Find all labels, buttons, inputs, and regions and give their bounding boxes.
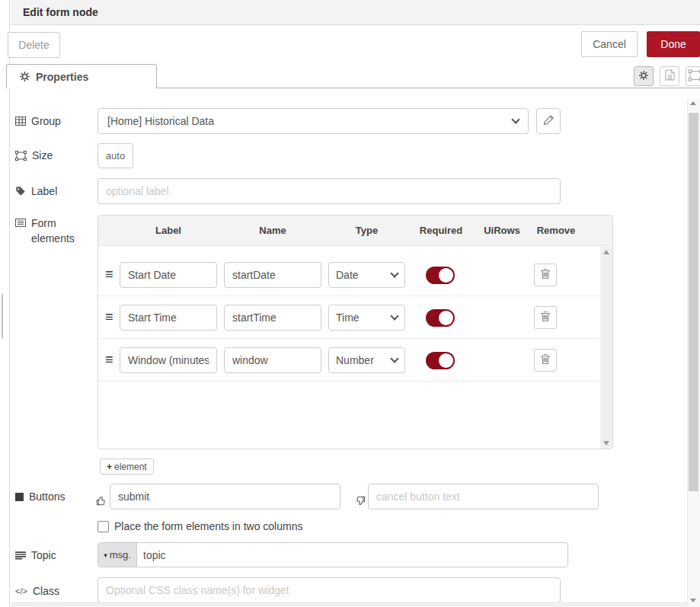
label-input[interactable] [97, 178, 561, 204]
drag-handle-icon[interactable]: ≡ [105, 309, 113, 325]
form-elements-field-label: Form elements [15, 216, 79, 246]
col-header-uirows: UiRows [478, 225, 526, 236]
group-field-label: Group [15, 115, 61, 127]
drag-handle-icon[interactable]: ≡ [105, 352, 113, 368]
code-icon: </> [15, 586, 27, 596]
element-name-input[interactable] [224, 347, 321, 373]
buttons-field-label: Buttons [15, 490, 65, 503]
tab-properties-label: Properties [36, 71, 88, 83]
chevron-down-icon [511, 115, 519, 123]
col-header-label: Label [120, 225, 217, 236]
toggle-knob [439, 268, 453, 283]
pencil-icon [543, 114, 555, 128]
gear-icon [20, 72, 30, 81]
add-element-button[interactable]: + element [100, 458, 154, 474]
plus-icon: + [107, 462, 112, 472]
class-field-label: </> Class [15, 585, 59, 597]
remove-element-button[interactable] [534, 306, 557, 329]
dialog-title: Edit form node [11, 0, 700, 24]
frame-icon [688, 69, 700, 84]
two-columns-label: Place the form elements in two columns [114, 521, 302, 532]
col-header-remove: Remove [531, 225, 581, 236]
cancel-button[interactable]: Cancel [581, 31, 638, 57]
submit-button-text-input[interactable] [110, 484, 340, 510]
page-scrollbar-thumb[interactable] [689, 113, 698, 491]
thumbs-up-icon [96, 495, 107, 509]
table-grid-icon [15, 117, 26, 126]
node-appearance-button[interactable] [686, 66, 700, 86]
element-label-input[interactable] [120, 347, 217, 373]
remove-element-button[interactable] [534, 349, 557, 372]
element-label-input[interactable] [120, 262, 217, 288]
topic-value-input[interactable]: topic [137, 543, 166, 567]
scroll-up-icon[interactable] [603, 250, 609, 254]
col-header-required: Required [412, 225, 470, 236]
trash-icon [540, 268, 551, 282]
trash-icon [540, 311, 551, 324]
caret-down-icon: ▾ [104, 551, 107, 559]
chevron-down-icon [390, 269, 398, 277]
edit-group-button[interactable] [536, 108, 561, 134]
size-frame-icon [15, 151, 27, 161]
delete-button[interactable]: Delete [8, 32, 60, 58]
add-element-label: element [114, 462, 147, 472]
required-toggle[interactable] [426, 267, 455, 284]
table-row: ≡ Date [98, 254, 599, 296]
left-panel-grip[interactable] [2, 294, 3, 338]
drag-handle-icon[interactable]: ≡ [105, 267, 113, 283]
tag-icon [15, 186, 26, 196]
thumbs-down-icon [354, 495, 366, 509]
filled-square-icon [15, 493, 24, 501]
size-button[interactable]: auto [97, 143, 133, 168]
done-button[interactable]: Done [647, 31, 700, 57]
topic-field-label: Topic [15, 549, 56, 561]
document-icon [665, 69, 675, 83]
gear-icon [639, 70, 648, 82]
toggle-knob [439, 353, 453, 368]
node-settings-button[interactable] [634, 66, 654, 86]
dialog-header: Edit form node [11, 0, 700, 25]
group-select[interactable]: [Home] Historical Data [97, 108, 529, 134]
size-field-label: Size [15, 149, 53, 161]
trash-icon [540, 353, 551, 367]
scroll-up-icon[interactable] [690, 101, 696, 105]
dialog-bottom-edge [11, 602, 700, 607]
node-description-button[interactable] [660, 66, 679, 86]
topic-typed-input: ▾ msg. topic [97, 542, 568, 567]
group-select-value: [Home] Historical Data [107, 115, 214, 127]
remove-element-button[interactable] [534, 264, 557, 286]
table-row: ≡ Number [98, 339, 599, 382]
toggle-knob [439, 311, 453, 325]
chevron-down-icon [390, 354, 398, 363]
scroll-down-icon[interactable] [690, 599, 696, 602]
form-elements-table: Label Name Type Required UiRows Remove ≡… [97, 215, 613, 449]
element-label-input[interactable] [120, 305, 217, 331]
chevron-down-icon [390, 311, 398, 320]
element-type-select[interactable]: Time [328, 305, 405, 331]
element-type-select[interactable]: Number [328, 347, 405, 373]
col-header-type: Type [328, 225, 405, 236]
required-toggle[interactable] [426, 352, 455, 369]
element-type-select[interactable]: Date [328, 262, 405, 288]
list-box-icon [15, 219, 26, 227]
label-field-label: Label [15, 185, 57, 197]
col-header-name: Name [224, 225, 321, 236]
tab-bar: Properties [11, 64, 700, 88]
required-toggle[interactable] [426, 309, 455, 327]
table-scrollbar[interactable] [600, 247, 612, 449]
table-row: ≡ Time [98, 296, 599, 339]
scroll-down-icon[interactable] [603, 441, 609, 446]
css-class-input[interactable] [97, 577, 561, 603]
table-header: Label Name Type Required UiRows Remove [98, 216, 612, 246]
two-columns-checkbox[interactable] [97, 521, 109, 532]
bars-icon [15, 551, 26, 560]
element-name-input[interactable] [224, 262, 321, 288]
element-name-input[interactable] [224, 305, 321, 331]
cancel-button-text-input[interactable] [368, 484, 599, 510]
topic-type-select[interactable]: ▾ msg. [98, 543, 137, 567]
topic-type-label: msg. [110, 549, 131, 561]
tab-properties[interactable]: Properties [6, 64, 157, 88]
